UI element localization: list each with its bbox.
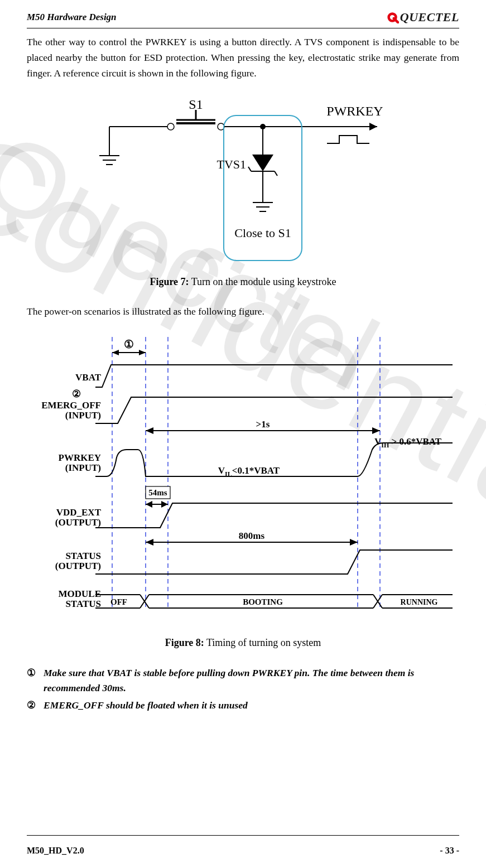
svg-marker-54 — [146, 539, 153, 546]
fig7-title: Turn on the module using keystroke — [189, 276, 336, 287]
fig8-number: Figure 8: — [165, 637, 204, 648]
page-footer: M50_HD_V2.0 - 33 - — [27, 846, 459, 856]
note-1: ① Make sure that VBAT is stable before p… — [27, 666, 459, 696]
svg-line-18 — [248, 167, 251, 171]
fig7-s1-label: S1 — [189, 97, 203, 112]
note-2-number: ② — [27, 698, 36, 713]
svg-text:(INPUT): (INPUT) — [65, 410, 100, 421]
svg-marker-49 — [146, 501, 152, 508]
svg-text:VBAT: VBAT — [75, 372, 102, 383]
notes-block: ① Make sure that VBAT is stable before p… — [27, 666, 459, 713]
svg-text:BOOTING: BOOTING — [243, 597, 283, 606]
svg-text:>1s: >1s — [256, 419, 270, 430]
svg-marker-40 — [372, 427, 380, 434]
figure-7-diagram: S1 PWRKEY — [27, 93, 459, 266]
fig7-tvs-label: TVS1 — [216, 157, 246, 171]
fig7-number: Figure 7: — [150, 276, 189, 287]
note-2-text: EMERG_OFF should be floated when it is u… — [44, 698, 248, 713]
page-header: M50 Hardware Design QUECTEL — [27, 10, 459, 25]
svg-text:MODULE: MODULE — [58, 589, 101, 599]
figure-7-caption: Figure 7: Turn on the module using keyst… — [27, 276, 459, 288]
svg-text:EMERG_OFF: EMERG_OFF — [41, 400, 101, 411]
note-2: ② EMERG_OFF should be floated when it is… — [27, 698, 459, 713]
svg-text:STATUS: STATUS — [65, 551, 101, 561]
header-rule — [27, 28, 459, 28]
fig8-title: Timing of turning on system — [204, 637, 321, 648]
svg-text:(OUTPUT): (OUTPUT) — [55, 517, 100, 528]
svg-text:RUNNING: RUNNING — [400, 598, 437, 606]
doc-title: M50 Hardware Design — [27, 12, 117, 23]
svg-marker-32 — [139, 350, 146, 355]
quectel-logo-icon — [387, 11, 399, 23]
svg-marker-55 — [350, 539, 358, 546]
brand-logo: QUECTEL — [387, 10, 459, 25]
svg-line-19 — [275, 171, 277, 176]
svg-text:PWRKEY: PWRKEY — [58, 452, 101, 463]
svg-text:(INPUT): (INPUT) — [65, 462, 100, 473]
svg-text:OFF: OFF — [110, 597, 127, 606]
svg-marker-12 — [369, 123, 377, 131]
fig7-pwrkey-label: PWRKEY — [326, 104, 383, 118]
post-fig7-paragraph: The power-on scenarios is illustrated as… — [27, 303, 459, 319]
svg-text:②: ② — [72, 388, 81, 399]
footer-left: M50_HD_V2.0 — [27, 846, 84, 856]
brand-text: QUECTEL — [400, 10, 459, 25]
intro-paragraph: The other way to control the PWRKEY is u… — [27, 34, 459, 81]
svg-text:(OUTPUT): (OUTPUT) — [55, 561, 100, 571]
note-1-text: Make sure that VBAT is stable before pul… — [44, 666, 459, 696]
svg-marker-16 — [252, 155, 273, 171]
svg-text:VDD_EXT: VDD_EXT — [56, 507, 101, 518]
svg-text:800ms: 800ms — [238, 531, 264, 541]
svg-text:①: ① — [124, 338, 134, 350]
note-1-number: ① — [27, 666, 36, 681]
footer-page-number: - 33 - — [440, 846, 459, 856]
svg-text:54ms: 54ms — [148, 488, 167, 497]
svg-marker-50 — [161, 501, 168, 508]
svg-marker-39 — [146, 427, 153, 434]
figure-8-caption: Figure 8: Timing of turning on system — [27, 637, 459, 649]
svg-point-4 — [167, 123, 174, 130]
svg-marker-31 — [112, 350, 119, 355]
footer-rule — [27, 835, 459, 836]
figure-8-diagram: ① VBAT ② EMERG_OFF (INPUT) >1s VIH > 0.6… — [27, 331, 459, 627]
fig7-close-label: Close to S1 — [234, 226, 291, 240]
